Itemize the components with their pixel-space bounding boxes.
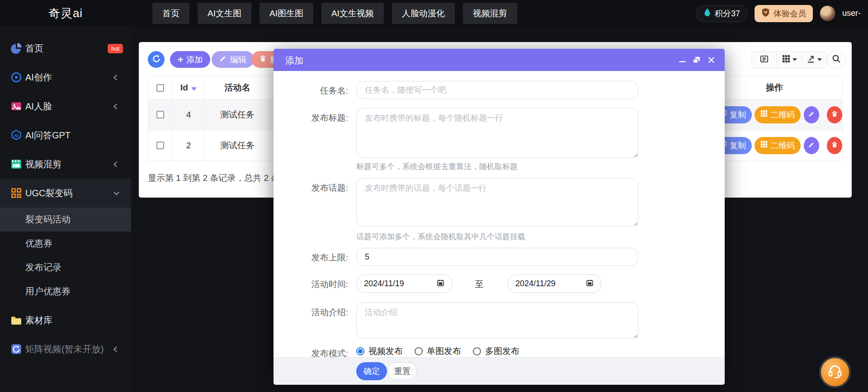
radio-video-publish[interactable]: [356, 347, 364, 355]
sidebar-item-label: 首页: [25, 43, 43, 55]
export-icon: [807, 55, 815, 65]
radio-label: 多图发布: [485, 345, 519, 357]
column-header-id-label: Id: [180, 83, 188, 93]
hot-badge: hot: [108, 44, 123, 53]
row-edit-button[interactable]: [804, 137, 819, 154]
sidebar-item-ai-gpt[interactable]: AI AI问答GPT: [0, 121, 131, 150]
clapperboard-icon: [10, 158, 22, 170]
topnav-text2img[interactable]: AI文生图: [198, 3, 251, 24]
pub-limit-input[interactable]: [356, 248, 638, 266]
sidebar-item-ai-face[interactable]: AI AI人脸: [0, 92, 131, 121]
task-name-label: 任务名:: [274, 85, 348, 97]
date-range-separator: 至: [472, 279, 486, 290]
modal-body: 任务名: 发布标题: 标题可多个，系统会根据去重算法，随机取标题 发布话题: 话…: [274, 71, 725, 357]
qrcode-button[interactable]: 二维码: [755, 137, 801, 154]
vip-pill[interactable]: 体验会员: [755, 5, 813, 22]
matrix-video-icon: [10, 343, 22, 355]
trash-icon: [259, 55, 267, 65]
sidebar-item-video-mix[interactable]: 视频混剪: [0, 150, 131, 179]
sidebar-item-home[interactable]: 首页 hot: [0, 34, 131, 63]
customer-support-button[interactable]: [819, 356, 851, 388]
sidebar-subitem-coupon[interactable]: 优惠券: [0, 231, 131, 255]
sidebar-item-material-library[interactable]: 素材库: [0, 306, 131, 335]
grid-icon: [782, 55, 790, 65]
topnav-text2video[interactable]: AI文生视频: [321, 3, 384, 24]
svg-text:AI: AI: [14, 133, 19, 138]
add-button[interactable]: + 添加: [170, 51, 210, 68]
sidebar-item-matrix-video[interactable]: 矩阵视频(暂未开放): [0, 335, 131, 364]
pie-chart-icon: [10, 43, 22, 55]
sidebar-item-ai-create[interactable]: AI创作: [0, 63, 131, 92]
row-edit-button[interactable]: [804, 106, 819, 123]
topnav-video-mix[interactable]: 视频混剪: [463, 3, 517, 24]
app-window: 奇灵ai 首页 AI文生图 AI图生图 AI文生视频 人脸动漫化 视频混剪 积分: [0, 0, 868, 392]
topnav-img2img[interactable]: AI图生图: [259, 3, 313, 24]
confirm-button[interactable]: 确定: [356, 362, 387, 380]
row-checkbox[interactable]: [156, 111, 164, 118]
top-header: 奇灵ai 首页 AI文生图 AI图生图 AI文生视频 人脸动漫化 视频混剪 积分: [0, 0, 868, 27]
pub-title-textarea[interactable]: [356, 108, 638, 158]
chevron-left-icon: [113, 346, 119, 352]
ai-play-icon: [10, 71, 22, 84]
activity-intro-textarea[interactable]: [356, 302, 638, 339]
task-name-input[interactable]: [356, 81, 638, 99]
points-pill[interactable]: 积分37: [696, 5, 748, 22]
row-delete-button[interactable]: [827, 106, 842, 123]
calendar-icon: [437, 279, 444, 289]
pub-title-label: 发布标题:: [274, 112, 348, 124]
end-date-input[interactable]: 2024/11/29: [508, 274, 601, 293]
refresh-button[interactable]: [148, 51, 165, 68]
pub-mode-radio-group: 视频发布 单图发布 多图发布: [356, 345, 531, 357]
edit-button[interactable]: 编辑: [212, 51, 254, 68]
reset-button[interactable]: 重置: [387, 362, 417, 380]
header-right: 积分37 体验会员 user-: [696, 5, 868, 22]
maximize-button[interactable]: [690, 49, 703, 71]
start-date-value: 2024/11/19: [364, 279, 404, 288]
close-icon[interactable]: [705, 49, 717, 71]
top-nav: 首页 AI文生图 AI图生图 AI文生视频 人脸动漫化 视频混剪: [152, 3, 517, 24]
column-header-id[interactable]: Id: [173, 76, 205, 99]
qr-grid-icon: [760, 141, 768, 150]
sidebar-item-label: 素材库: [25, 314, 52, 326]
pub-topic-textarea[interactable]: [356, 178, 638, 227]
qrcode-button[interactable]: 二维码: [755, 106, 801, 123]
calendar-icon: [586, 279, 594, 289]
username-text: user-: [842, 9, 861, 18]
sidebar-item-label: 视频混剪: [25, 158, 61, 170]
sidebar-item-label: UGC裂变码: [25, 187, 72, 199]
chevron-down-icon: [817, 58, 822, 61]
column-header-name: 活动名: [205, 76, 270, 99]
row-delete-button[interactable]: [827, 137, 842, 154]
topnav-home[interactable]: 首页: [152, 3, 189, 24]
select-all-checkbox[interactable]: [156, 84, 164, 92]
points-label: 积分37: [715, 8, 740, 19]
search-icon: [832, 54, 841, 65]
modal-title: 添加: [285, 55, 303, 67]
detail-view-button[interactable]: [752, 52, 777, 68]
headset-icon: [826, 363, 844, 382]
vip-label: 体验会员: [774, 8, 806, 19]
radio-label: 单图发布: [427, 345, 461, 357]
row-checkbox[interactable]: [156, 142, 164, 149]
radio-multi-image-publish[interactable]: [473, 347, 481, 355]
detail-view-icon: [760, 55, 769, 65]
sidebar-subitem-label: 用户优惠券: [25, 285, 71, 298]
sidebar-subitem-publish-record[interactable]: 发布记录: [0, 255, 131, 279]
trash-icon: [831, 110, 838, 120]
sidebar-subitem-fission-activity[interactable]: 裂变码活动: [0, 208, 131, 231]
radio-single-image-publish[interactable]: [415, 347, 423, 355]
modal-header: 添加: [274, 49, 725, 71]
columns-view-button[interactable]: [777, 52, 802, 68]
radio-label: 视频发布: [368, 345, 403, 357]
sidebar-item-ugc-code[interactable]: UGC裂变码: [0, 179, 131, 208]
start-date-input[interactable]: 2024/11/19: [356, 274, 452, 293]
sidebar-subitem-user-coupon[interactable]: 用户优惠券: [0, 279, 131, 303]
topnav-face-anime[interactable]: 人脸动漫化: [392, 3, 455, 24]
chevron-left-icon: [113, 161, 119, 167]
search-button[interactable]: [827, 50, 846, 69]
export-button[interactable]: [802, 52, 826, 68]
user-avatar[interactable]: [820, 5, 835, 21]
copy-button-label: 复制: [730, 140, 746, 151]
chevron-left-icon: [113, 75, 119, 80]
minimize-button[interactable]: [676, 49, 689, 71]
